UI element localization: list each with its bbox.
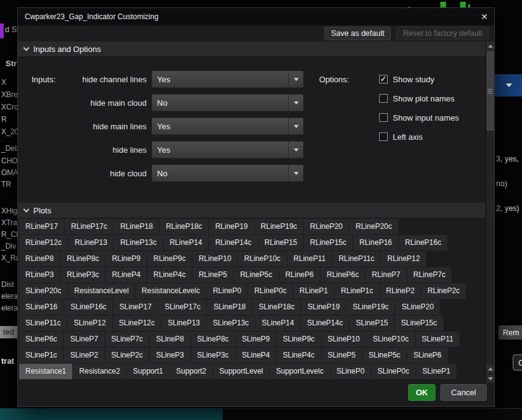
scrollbar-track[interactable] <box>486 41 494 383</box>
hide-main-cloud-dropdown[interactable]: No <box>152 94 304 111</box>
hide-cloud-dropdown[interactable]: No <box>152 165 304 182</box>
plot-button-rlinep4c[interactable]: RLineP4c <box>147 267 192 283</box>
section-header-inputs-and-options[interactable]: Inputs and Options <box>18 41 494 56</box>
plot-button-slinep3c[interactable]: SLineP3c <box>191 348 235 363</box>
plot-button-rlinep6c[interactable]: RLineP6c <box>320 267 365 283</box>
plot-button-slinep3[interactable]: SLineP3 <box>150 348 190 363</box>
plot-button-rlinep3c[interactable]: RLineP3c <box>61 267 105 283</box>
plot-button-rlinep12[interactable]: RLineP12 <box>381 251 426 267</box>
plot-button-rlinep0[interactable]: RLineP0 <box>207 283 247 299</box>
plot-button-slinep11[interactable]: SLineP11 <box>416 332 460 347</box>
plot-button-slinep5[interactable]: SLineP5 <box>322 348 362 363</box>
plot-button-rlinep12c[interactable]: RLineP12c <box>19 235 68 251</box>
remove-button[interactable]: Rem <box>498 325 522 340</box>
plot-button-rlinep17[interactable]: RLineP17 <box>19 219 64 234</box>
plot-button-slinep7c[interactable]: SLineP7c <box>105 332 149 347</box>
background-partial-button[interactable]: C <box>513 354 522 371</box>
hide-main-lines-dropdown[interactable]: Yes <box>152 118 304 135</box>
plot-button-slinep13c[interactable]: SLineP13c <box>207 315 255 331</box>
hide-lines-dropdown[interactable]: Yes <box>152 141 304 158</box>
plot-button-rlinep6[interactable]: RLineP6 <box>279 267 320 283</box>
plot-button-rlinep9c[interactable]: RLineP9c <box>147 251 192 267</box>
dialog-titlebar[interactable]: Cwparker23_Gap_Indicator Customizing ✕ <box>18 8 494 25</box>
plot-button-rlinep1c[interactable]: RLineP1c <box>335 283 379 299</box>
section-header-plots[interactable]: Plots <box>18 203 494 218</box>
plot-button-slinep4[interactable]: SLineP4 <box>236 348 276 363</box>
plot-button-rlinep15c[interactable]: RLineP15c <box>304 235 353 251</box>
plot-button-slinep10c[interactable]: SLineP10c <box>367 332 415 347</box>
show-study-option[interactable]: ✓ Show study <box>379 73 459 85</box>
plot-button-slinep14c[interactable]: SLineP14c <box>301 315 349 331</box>
plot-button-rlinep17c[interactable]: RLineP17c <box>65 219 114 234</box>
checkbox[interactable]: ✓ <box>379 75 388 84</box>
ok-button[interactable]: OK <box>408 384 435 401</box>
plot-button-rlinep5c[interactable]: RLineP5c <box>234 267 278 283</box>
plot-button-rlinep16[interactable]: RLineP16 <box>353 235 398 251</box>
plot-button-resistancelevel[interactable]: ResistanceLevel <box>68 283 135 299</box>
plot-button-slinep9[interactable]: SLineP9 <box>236 332 276 347</box>
plot-button-slinep16c[interactable]: SLineP16c <box>64 299 113 315</box>
plot-button-rlinep20c[interactable]: RLineP20c <box>349 219 398 234</box>
plot-button-slinep18c[interactable]: SLineP18c <box>252 299 301 315</box>
plot-button-rlinep7c[interactable]: RLineP7c <box>407 267 451 283</box>
plot-button-slinep20[interactable]: SLineP20 <box>395 299 440 315</box>
plot-button-support2[interactable]: Support2 <box>170 364 213 379</box>
plot-button-slinep14[interactable]: SLineP14 <box>255 315 300 331</box>
plot-button-slinep2c[interactable]: SLineP2c <box>105 348 149 363</box>
plot-button-slinep9c[interactable]: SLineP9c <box>276 332 320 347</box>
hide-channel-lines-dropdown[interactable]: Yes <box>152 71 304 88</box>
plot-button-slinep1[interactable]: SLineP1 <box>416 364 456 379</box>
plot-button-rlinep0c[interactable]: RLineP0c <box>248 283 293 299</box>
plot-button-slinep17[interactable]: SLineP17 <box>113 299 158 315</box>
plot-button-slinep20c[interactable]: SLineP20c <box>19 283 67 299</box>
plot-button-slinep19[interactable]: SLineP19 <box>301 299 346 315</box>
checkbox[interactable] <box>379 94 388 103</box>
plot-button-resistance2[interactable]: Resistance2 <box>73 364 126 379</box>
plot-button-slinep17c[interactable]: SLineP17c <box>158 299 207 315</box>
plot-button-supportlevel[interactable]: SupportLevel <box>213 364 270 379</box>
scroll-up-button[interactable] <box>486 41 494 50</box>
plot-button-support1[interactable]: Support1 <box>127 364 169 379</box>
plot-button-slinep8c[interactable]: SLineP8c <box>191 332 235 347</box>
plot-button-slinep4c[interactable]: SLineP4c <box>276 348 320 363</box>
plot-button-rlinep2c[interactable]: RLineP2c <box>421 283 466 299</box>
plot-button-rlinep8[interactable]: RLineP8 <box>19 251 60 267</box>
plot-button-rlinep11[interactable]: RLineP11 <box>288 251 332 267</box>
plot-button-slinep5c[interactable]: SLineP5c <box>362 348 406 363</box>
plot-button-rlinep9[interactable]: RLineP9 <box>106 251 147 267</box>
plot-button-rlinep10c[interactable]: RLineP10c <box>238 251 287 267</box>
plot-button-rlinep14c[interactable]: RLineP14c <box>209 235 258 251</box>
plot-button-supportlevelc[interactable]: SupportLevelc <box>270 364 330 379</box>
plot-button-rlinep19[interactable]: RLineP19 <box>209 219 254 234</box>
plot-button-slinep6[interactable]: SLineP6 <box>407 348 447 363</box>
plot-button-rlinep8c[interactable]: RLineP8c <box>61 251 105 267</box>
checkbox[interactable] <box>379 132 388 141</box>
plot-button-rlinep4[interactable]: RLineP4 <box>106 267 147 283</box>
reset-to-factory-default-button[interactable]: Reset to factory default <box>396 27 489 40</box>
plot-button-rlinep3[interactable]: RLineP3 <box>19 267 60 283</box>
plot-button-rlinep5[interactable]: RLineP5 <box>192 267 233 283</box>
plot-button-slinep13[interactable]: SLineP13 <box>161 315 206 331</box>
plot-button-rlinep11c[interactable]: RLineP11c <box>332 251 380 267</box>
plot-button-rlinep13c[interactable]: RLineP13c <box>114 235 163 251</box>
plot-button-slinep2[interactable]: SLineP2 <box>64 348 104 363</box>
scroll-down-button[interactable] <box>486 374 494 383</box>
plot-button-resistance1[interactable]: Resistance1 <box>19 364 72 379</box>
plot-button-rlinep14[interactable]: RLineP14 <box>163 235 208 251</box>
checkbox[interactable] <box>379 113 388 122</box>
plot-button-slinep15c[interactable]: SLineP15c <box>395 315 443 331</box>
plot-button-rlinep18c[interactable]: RLineP18c <box>160 219 208 234</box>
plot-button-slinep0[interactable]: SLineP0 <box>330 364 370 379</box>
plot-button-slinep11c[interactable]: SLineP11c <box>19 315 67 331</box>
save-as-default-button[interactable]: Save as default <box>324 27 391 40</box>
left-axis-option[interactable]: Left axis <box>379 131 459 143</box>
plot-button-rlinep19c[interactable]: RLineP19c <box>255 219 304 234</box>
scrollbar-thumb[interactable] <box>487 51 494 131</box>
plot-button-slinep12[interactable]: SLineP12 <box>67 315 112 331</box>
show-plot-names-option[interactable]: Show plot names <box>379 92 459 105</box>
scroll-up-button[interactable] <box>486 364 494 373</box>
cancel-button[interactable]: Cancel <box>440 384 487 401</box>
plot-button-slinep19c[interactable]: SLineP19c <box>346 299 395 315</box>
plot-button-rlinep1[interactable]: RLineP1 <box>293 283 334 299</box>
plot-button-slinep18[interactable]: SLineP18 <box>207 299 252 315</box>
